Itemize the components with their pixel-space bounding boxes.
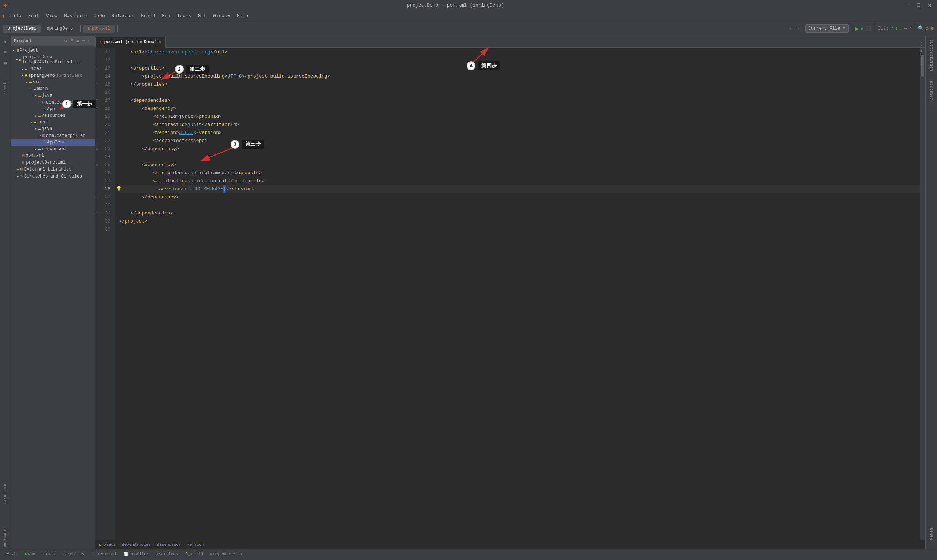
breadcrumb-project[interactable]: project [99, 542, 115, 547]
commit-label[interactable]: Commit [3, 79, 8, 95]
fold-25[interactable]: ⊟ [96, 161, 98, 169]
tree-item-ext-lib[interactable]: ▸ ⊞ External Libraries [11, 166, 95, 173]
menu-view[interactable]: View [43, 12, 60, 20]
tree-item-pomxml[interactable]: m pom.xml [11, 152, 95, 159]
git-check-btn[interactable]: ✓ [891, 25, 894, 31]
tree-item-app[interactable]: C App [11, 106, 95, 112]
fold-17[interactable]: ⊟ [96, 97, 98, 105]
fold-13[interactable]: ⊟ [96, 65, 98, 72]
bottom-tab-profiler[interactable]: 📊 Profiler [120, 551, 152, 557]
minimize-btn[interactable]: ─ [904, 2, 911, 8]
left-icon-2[interactable]: ≡ [1, 48, 10, 57]
menu-help[interactable]: Help [234, 12, 251, 20]
tree-item-com-caterpillar-test[interactable]: ▾ ⊡ com.caterpillar [11, 132, 95, 139]
tree-arrow-java-test: ▾ [34, 127, 37, 131]
tree-label-project: Project [20, 48, 38, 53]
breadcrumb-dependency[interactable]: dependency [157, 542, 181, 547]
panel-action-close[interactable]: ✕ [87, 38, 92, 44]
git-more-btn[interactable]: ⋯ [904, 25, 907, 31]
fold-31[interactable]: ⊟ [96, 209, 98, 217]
menu-refactor[interactable]: Refactor [109, 12, 137, 20]
menu-tools[interactable]: Tools [174, 12, 194, 20]
tree-item-com-caterpillar-main[interactable]: ▾ ⊡ com.caterpillar [11, 99, 95, 106]
tree-item-scratches[interactable]: ▸ ✎ Scratches and Consoles [11, 173, 95, 180]
tree-item-idea[interactable]: ▸ ▬ .idea [11, 66, 95, 72]
tree-label-test: test [37, 120, 48, 125]
bottom-tab-git[interactable]: ⎇ Git [2, 551, 21, 557]
menu-window[interactable]: Window [210, 12, 233, 20]
tree-item-iml[interactable]: ◫ projectDemo.iml [11, 159, 95, 166]
undo-btn[interactable]: ↶ [908, 25, 911, 31]
bottom-tab-services[interactable]: ⚙ Services [152, 551, 181, 557]
linenum-32: 32 [97, 217, 114, 225]
tree-item-java-main[interactable]: ▾ ▬ java [11, 92, 95, 99]
tree-item-main[interactable]: ▾ ▬ main [11, 86, 95, 92]
panel-action-cog[interactable]: ⚙ [63, 38, 68, 44]
tree-item-java-test[interactable]: ▾ ▬ java [11, 126, 95, 132]
breadcrumb-version[interactable]: version [187, 542, 204, 547]
bottom-tab-problems[interactable]: ⚠ Problems [58, 551, 87, 557]
toolbar-tab-project[interactable]: projectDemo [3, 25, 41, 32]
toolbar-tab-module[interactable]: springDemo [42, 25, 77, 32]
bottom-tab-dependencies[interactable]: ◈ Dependencies [207, 551, 245, 557]
left-icon-1[interactable]: ● [1, 38, 10, 46]
bottom-tab-build[interactable]: 🔨 Build [182, 551, 206, 557]
fold-29[interactable]: ⊟ [96, 193, 98, 201]
forward-btn[interactable]: → [795, 25, 799, 32]
tree-item-resources-main[interactable]: ▸ ▬ resources [11, 112, 95, 119]
maximize-btn[interactable]: □ [915, 2, 922, 8]
back-btn[interactable]: ← [789, 25, 794, 32]
git-pull-btn[interactable]: ↓ [899, 26, 902, 31]
code-content[interactable]: <url>http://maven.apache.org</url> <prop… [115, 48, 920, 540]
fold-23[interactable]: ⊟ [96, 145, 98, 153]
menu-edit[interactable]: Edit [25, 12, 43, 20]
stop-btn[interactable]: ⬛ [865, 26, 871, 31]
tree-item-project[interactable]: ▾ ◫ Project [11, 47, 95, 54]
toolbar-sep-6 [915, 25, 915, 32]
toolbar-tab-file[interactable]: mpom.xml [83, 25, 115, 32]
fold-15[interactable]: ⊟ [96, 80, 98, 89]
tab-action-more[interactable]: ⋮ [919, 42, 923, 47]
right-sidebar: Notifications Database Maven [925, 36, 937, 549]
tree-item-src[interactable]: ▾ ▬ src [11, 79, 95, 86]
menu-file[interactable]: File [7, 12, 24, 20]
current-file-selector[interactable]: Current File ▾ [805, 24, 849, 32]
tree-item-test[interactable]: ▾ ▬ test [11, 119, 95, 126]
breadcrumb-dependencies[interactable]: dependencies [122, 542, 151, 547]
bookmarks-label[interactable]: Bookmarks [3, 526, 8, 549]
project-panel-title: Project [14, 38, 32, 43]
bottom-tab-run[interactable]: ▶ Run [22, 551, 38, 557]
run-btn[interactable]: ▶ [855, 25, 859, 32]
scrollbar-area[interactable]: A 2 ∧ ∨ [920, 48, 925, 540]
menu-run[interactable]: Run [159, 12, 173, 20]
panel-action-sort[interactable]: ≡ [69, 38, 74, 44]
editor-tab-pomxml[interactable]: m pom.xml (springDemo) ✕ [95, 37, 166, 48]
notifications-label[interactable]: Notifications [929, 38, 934, 73]
menu-build[interactable]: Build [138, 12, 158, 20]
bottom-tab-terminal[interactable]: ⬛ Terminal [88, 551, 120, 557]
settings-btn[interactable]: ⚙ [926, 25, 929, 31]
database-label[interactable]: Database [929, 79, 934, 102]
menu-git[interactable]: Git [195, 12, 209, 20]
tree-item-resources-test[interactable]: ▸ ▬ resources [11, 146, 95, 152]
menu-code[interactable]: Code [91, 12, 108, 20]
code-tag-27a: artifactId [156, 177, 185, 185]
bottom-tab-todo[interactable]: ☑ TODO [39, 551, 58, 557]
title-bar-controls[interactable]: ─ □ ✕ [904, 2, 933, 8]
tab-close-pomxml[interactable]: ✕ [159, 40, 161, 44]
maven-label[interactable]: Maven [929, 526, 934, 542]
debug-btn[interactable]: ⬥ [860, 25, 864, 32]
fold-18[interactable]: ⊟ [96, 105, 98, 113]
structure-label[interactable]: Structure [3, 482, 8, 505]
panel-action-expand[interactable]: ⊞ [75, 38, 80, 44]
panel-action-collapse[interactable]: ─ [81, 38, 86, 44]
search-btn[interactable]: 🔍 [918, 25, 924, 31]
tree-item-springdemo[interactable]: ▾ ▣ springDemo springDemo [11, 72, 95, 79]
code-line-11: <url>http://maven.apache.org</url> [119, 48, 920, 56]
tree-item-projectdemo[interactable]: ▾ ◧ projectDemo D:\JAVA\IdeaProject... [11, 54, 95, 66]
tree-item-apptest[interactable]: C AppTest [11, 139, 95, 146]
left-icon-3[interactable]: ⊞ [1, 59, 10, 68]
git-push-btn[interactable]: ↑ [895, 26, 898, 31]
menu-navigate[interactable]: Navigate [61, 12, 90, 20]
close-btn[interactable]: ✕ [926, 2, 933, 8]
